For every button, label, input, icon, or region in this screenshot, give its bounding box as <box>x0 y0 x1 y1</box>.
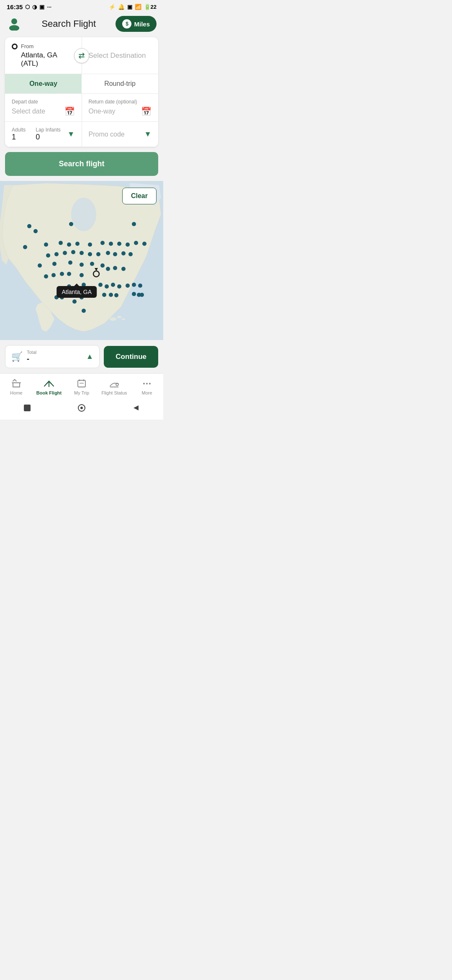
return-date-field[interactable]: Return date (optional) One-way 📅 <box>82 94 159 121</box>
app-header: Search Flight $ Miles <box>0 12 163 37</box>
svg-point-23 <box>46 253 50 258</box>
square-nav-button[interactable] <box>22 403 32 413</box>
swap-button[interactable] <box>74 48 89 63</box>
nav-my-trip[interactable]: My Trip <box>65 377 98 397</box>
destination-map[interactable]: Atlanta, GA Clear <box>0 181 163 340</box>
round-trip-button[interactable]: Round-trip <box>82 74 158 93</box>
svg-point-15 <box>75 242 80 246</box>
origin-value: Atlanta, GA (ATL) <box>12 51 75 68</box>
lap-infants-label: Lap Infants <box>36 127 60 133</box>
svg-point-26 <box>71 250 75 254</box>
sim-icon: ▣ <box>127 4 132 10</box>
svg-point-19 <box>117 242 121 246</box>
svg-point-13 <box>59 241 63 245</box>
nav-flight-status-label: Flight Status <box>101 390 127 395</box>
svg-point-25 <box>63 251 67 255</box>
svg-point-55 <box>117 284 121 289</box>
svg-point-48 <box>67 272 71 276</box>
svg-point-53 <box>105 284 109 289</box>
svg-point-38 <box>90 262 94 266</box>
depart-date-field[interactable]: Depart date Select date 📅 <box>5 94 82 121</box>
svg-point-14 <box>67 242 71 247</box>
nav-book-flight[interactable]: Book Flight <box>33 377 65 397</box>
continue-button[interactable]: Continue <box>104 346 158 368</box>
ellipsis-icon: ··· <box>47 4 51 10</box>
svg-point-66 <box>132 292 136 296</box>
search-flight-button[interactable]: Search flight <box>5 152 158 176</box>
svg-point-3 <box>71 198 96 231</box>
cart-total-section[interactable]: 🛒 Total - ▲ <box>5 345 100 368</box>
svg-point-65 <box>114 293 118 297</box>
nav-home[interactable]: Home <box>0 377 33 397</box>
cart-total-label: Total <box>27 350 36 355</box>
my-trip-icon <box>77 379 87 389</box>
svg-point-11 <box>44 242 48 247</box>
depart-calendar-icon: 📅 <box>64 106 75 116</box>
map-location-tooltip: Atlanta, GA <box>57 286 97 298</box>
miles-button[interactable]: $ Miles <box>116 16 157 32</box>
svg-point-7 <box>27 224 31 228</box>
origin-field[interactable]: From Atlanta, GA (ATL) <box>5 37 82 74</box>
status-bar: 16:35 ⬡ ◑ ▣ ··· ⚡ 🔔 ▣ 📶 🔋22 <box>0 0 163 12</box>
svg-point-6 <box>122 318 125 320</box>
passengers-row: Adults 1 Lap Infants 0 ▼ Promo code ▼ <box>5 122 158 147</box>
svg-point-22 <box>142 242 146 246</box>
bell-icon: 🔔 <box>118 4 125 10</box>
svg-point-20 <box>126 242 130 247</box>
svg-point-32 <box>121 251 126 255</box>
promo-field[interactable]: Promo code ▼ <box>82 122 159 147</box>
svg-point-34 <box>38 263 42 268</box>
cart-icon: 🛒 <box>11 351 23 362</box>
cart-total-value: - <box>27 355 36 364</box>
nav-more[interactable]: More <box>131 377 163 397</box>
adults-count: 1 <box>12 133 26 142</box>
destination-field[interactable]: Select Destination <box>82 37 159 74</box>
promo-dropdown-icon: ▼ <box>144 130 152 139</box>
cart-bar: 🛒 Total - ▲ Continue <box>0 340 163 373</box>
clear-button[interactable]: Clear <box>122 188 157 204</box>
svg-point-4 <box>110 317 116 321</box>
origin-circle-icon <box>12 44 18 49</box>
nav-more-label: More <box>141 390 152 395</box>
one-way-button[interactable]: One-way <box>5 74 82 93</box>
svg-point-43 <box>113 266 117 270</box>
depart-value: Select date <box>12 108 45 115</box>
svg-point-17 <box>100 241 105 245</box>
depart-label: Depart date <box>12 99 75 105</box>
svg-point-52 <box>98 283 103 287</box>
miles-currency-icon: $ <box>122 19 131 28</box>
svg-point-18 <box>109 242 113 246</box>
battery-icon: 🔋22 <box>144 4 157 10</box>
svg-point-36 <box>68 260 72 265</box>
passengers-field[interactable]: Adults 1 Lap Infants 0 ▼ <box>5 122 82 147</box>
back-nav-button[interactable] <box>131 403 141 413</box>
svg-point-77 <box>143 383 145 384</box>
return-value: One-way <box>89 108 116 115</box>
svg-point-58 <box>138 284 142 288</box>
svg-point-0 <box>11 18 17 24</box>
svg-point-62 <box>72 299 77 304</box>
svg-point-69 <box>82 309 86 313</box>
origin-destination-row: From Atlanta, GA (ATL) Select Destinatio… <box>5 37 158 74</box>
svg-point-27 <box>80 251 84 255</box>
search-card: From Atlanta, GA (ATL) Select Destinatio… <box>5 37 158 147</box>
cart-text: Total - <box>27 350 36 364</box>
home-nav-button[interactable] <box>77 403 87 413</box>
svg-point-39 <box>100 263 105 268</box>
layers-icon: ⬡ <box>25 4 30 10</box>
nav-flight-status[interactable]: Flight Status <box>98 377 131 397</box>
return-label: Return date (optional) <box>89 99 152 105</box>
from-label: From <box>21 43 33 49</box>
svg-rect-80 <box>24 405 31 411</box>
svg-point-30 <box>106 251 110 255</box>
avatar[interactable] <box>7 15 22 32</box>
svg-point-78 <box>146 383 148 384</box>
svg-point-56 <box>126 284 130 288</box>
svg-point-24 <box>54 252 59 256</box>
system-nav-bar <box>0 399 163 420</box>
nav-my-trip-label: My Trip <box>74 390 89 395</box>
lap-infants-count: 0 <box>36 133 60 142</box>
svg-point-1 <box>9 25 19 31</box>
book-flight-icon <box>44 379 54 389</box>
svg-point-8 <box>33 229 38 233</box>
